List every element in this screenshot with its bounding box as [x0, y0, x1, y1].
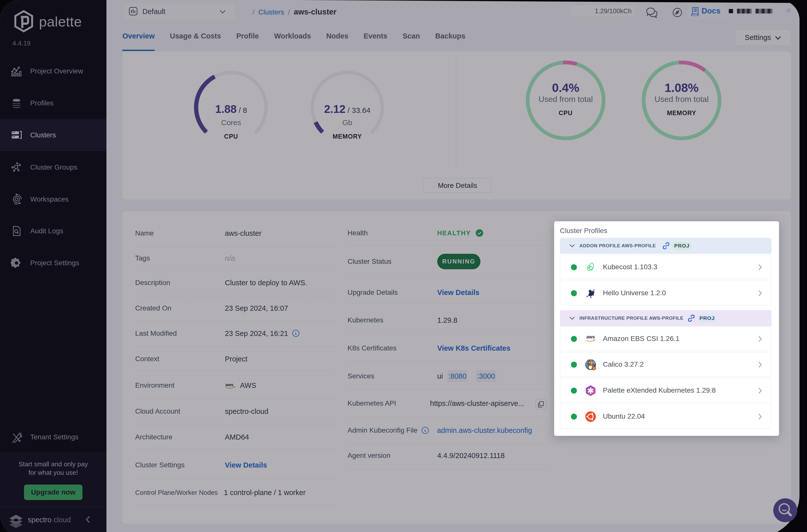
svg-text:aws: aws	[586, 335, 595, 339]
svg-text:aws: aws	[225, 382, 233, 387]
